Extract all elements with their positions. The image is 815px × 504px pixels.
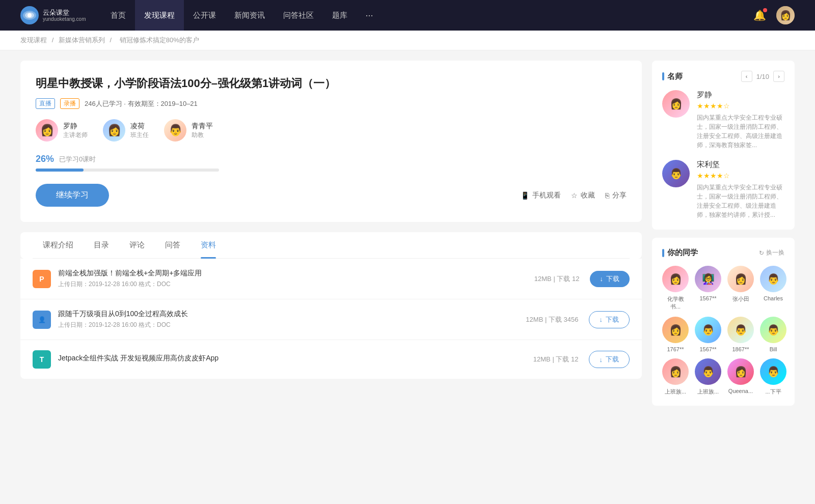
teacher-avatar-1: 👩 [36,119,58,142]
download-button-2[interactable]: ↓ 下载 [589,311,630,328]
nav-discover[interactable]: 发现课程 [135,0,184,31]
resource-name-2: 跟随千万级项目从0到100全过程高效成长 [58,310,515,319]
sidebar: 名师 ‹ 1/10 › 👩 罗静 ★★★★☆ 国内某重点大学安全工程专业硕士， [652,61,795,414]
classmate-4[interactable]: 👨 Charles [760,266,786,311]
tab-review[interactable]: 评论 [119,232,155,258]
classmates-title: 你的同学 [662,248,698,258]
bell-icon[interactable]: 🔔 [753,9,766,21]
resource-stats-2: 12MB | 下载 3456 [526,315,578,324]
collect-button[interactable]: ☆ 收藏 [571,191,595,200]
classmate-avatar-10: 👨 [695,358,721,385]
classmate-3[interactable]: 👩 张小田 [727,266,754,311]
teachers-pagination: ‹ 1/10 › [741,71,784,82]
classmate-name-7: 1867** [732,346,749,352]
sidebar-teacher-2: 👨 宋利坚 ★★★★☆ 国内某重点大学安全工程专业硕士，国家一级注册消防工程师、… [662,160,784,219]
classmate-5[interactable]: 👩 1767** [662,317,689,352]
resource-stats-3: 12MB | 下载 12 [533,355,579,364]
tab-resources[interactable]: 资料 [191,232,226,258]
progress-section: 26% 已学习0课时 [36,154,627,172]
teacher-name-3: 青青平 [192,122,213,131]
course-actions: 继续学习 📱 手机观看 ☆ 收藏 ⎘ 分享 [36,184,627,207]
nav-qa[interactable]: 问答社区 [274,0,323,31]
teacher-role-2: 班主任 [130,131,149,139]
teacher-1: 👩 罗静 主讲老师 [36,119,88,142]
sidebar-teacher-avatar-2: 👨 [662,160,690,187]
tab-qa[interactable]: 问答 [155,232,191,258]
classmate-name-10: 上班族... [697,388,719,396]
resource-date-2: 上传日期：2019-12-28 16:00 格式：DOC [58,321,515,329]
breadcrumb-link-2[interactable]: 新媒体营销系列 [59,36,105,44]
svg-point-2 [28,13,32,17]
classmate-avatar-11: 👩 [727,358,754,385]
nav-home[interactable]: 首页 [101,0,135,31]
sidebar-teacher-name-2: 宋利坚 [697,160,784,170]
share-button[interactable]: ⎘ 分享 [605,191,627,200]
badge-record: 录播 [60,98,79,109]
breadcrumb-link-1[interactable]: 发现课程 [20,36,47,44]
classmates-card: 你的同学 ↻ 换一换 👩 化学教书... 👩‍🏫 1567** 👩 张小田 [652,238,795,406]
resource-info-2: 跟随千万级项目从0到100全过程高效成长 上传日期：2019-12-28 16:… [58,310,515,329]
download-button-3[interactable]: ↓ 下载 [589,351,630,368]
badge-live: 直播 [36,98,55,109]
classmate-6[interactable]: 👨 1567** [695,317,721,352]
resources-list: P 前端全栈加强版！前端全栈+全周期+多端应用 上传日期：2019-12-28 … [20,259,642,379]
teacher-avatar-2: 👩 [103,119,125,142]
resource-icon-3: T [33,350,51,369]
classmate-2[interactable]: 👩‍🏫 1567** [695,266,721,311]
resource-name-3: Jetpack全组件实战 开发短视频应用高仿皮皮虾App [58,354,523,363]
classmate-avatar-2: 👩‍🏫 [695,266,721,292]
classmate-avatar-8: 👨 [760,317,786,343]
share-icon: ⎘ [605,191,609,200]
course-title: 明星中教授课，小学阶段语法100分–强化级第1讲动词（一） [36,76,627,91]
refresh-button[interactable]: ↻ 换一换 [759,248,784,257]
mobile-view-button[interactable]: 📱 手机观看 [521,191,561,200]
nav-open[interactable]: 公开课 [184,0,225,31]
sidebar-teacher-desc-1: 国内某重点大学安全工程专业硕士，国家一级注册消防工程师、注册安全工程师、高级注册… [697,113,784,150]
teachers-header: 名师 ‹ 1/10 › [662,71,784,82]
teachers-title: 名师 [662,72,683,81]
page-info: 1/10 [756,73,769,80]
classmate-name-9: 上班族... [665,388,686,396]
classmate-name-3: 张小田 [732,295,749,303]
sidebar-teacher-stars-2: ★★★★☆ [697,172,784,180]
resource-date-1: 上传日期：2019-12-28 16:00 格式：DOC [58,280,524,289]
progress-fill [36,169,84,172]
classmate-9[interactable]: 👩 上班族... [662,358,689,396]
nav-exam[interactable]: 题库 [323,0,357,31]
classmates-grid: 👩 化学教书... 👩‍🏫 1567** 👩 张小田 👨 Charles 👩 [662,266,784,396]
next-page-button[interactable]: › [773,71,784,82]
classmate-name-11: Queena... [728,388,753,394]
user-avatar[interactable]: 👩 [776,6,795,24]
resource-icon-1: P [33,270,51,288]
download-button-1[interactable]: ↓ 下载 [590,271,630,287]
sidebar-teacher-info-1: 罗静 ★★★★☆ 国内某重点大学安全工程专业硕士，国家一级注册消防工程师、注册安… [697,90,784,150]
classmate-8[interactable]: 👨 Bill [760,317,786,352]
classmate-avatar-5: 👩 [662,317,689,343]
teacher-3: 👨 青青平 助教 [164,119,213,142]
logo[interactable]: 云朵课堂 yunduoketang.com [20,6,86,24]
classmate-11[interactable]: 👩 Queena... [727,358,754,396]
classmate-7[interactable]: 👨 1867** [727,317,754,352]
nav-news[interactable]: 新闻资讯 [225,0,274,31]
refresh-icon: ↻ [759,249,764,257]
classmate-name-5: 1767** [667,346,684,352]
tab-catalog[interactable]: 目录 [84,232,119,258]
classmate-name-12: ...下平 [765,388,781,396]
mobile-icon: 📱 [521,191,529,200]
classmate-avatar-6: 👨 [695,317,721,343]
tab-intro[interactable]: 课程介绍 [33,232,84,258]
nav-more[interactable]: ··· [357,0,383,31]
sidebar-teacher-name-1: 罗静 [697,90,784,100]
teachers-card: 名师 ‹ 1/10 › 👩 罗静 ★★★★☆ 国内某重点大学安全工程专业硕士， [652,61,795,230]
teacher-avatar-3: 👨 [164,119,186,142]
resource-info-1: 前端全栈加强版！前端全栈+全周期+多端应用 上传日期：2019-12-28 16… [58,269,524,289]
classmate-name-4: Charles [764,295,783,301]
classmate-1[interactable]: 👩 化学教书... [662,266,689,311]
nav-items: 首页 发现课程 公开课 新闻资讯 问答社区 题库 ··· [101,0,753,31]
classmate-10[interactable]: 👨 上班族... [695,358,721,396]
progress-bar [36,169,219,172]
continue-button[interactable]: 继续学习 [36,184,109,207]
classmate-12[interactable]: 👨 ...下平 [760,358,786,396]
nav-right: 🔔 👩 [753,6,795,24]
prev-page-button[interactable]: ‹ [741,71,752,82]
